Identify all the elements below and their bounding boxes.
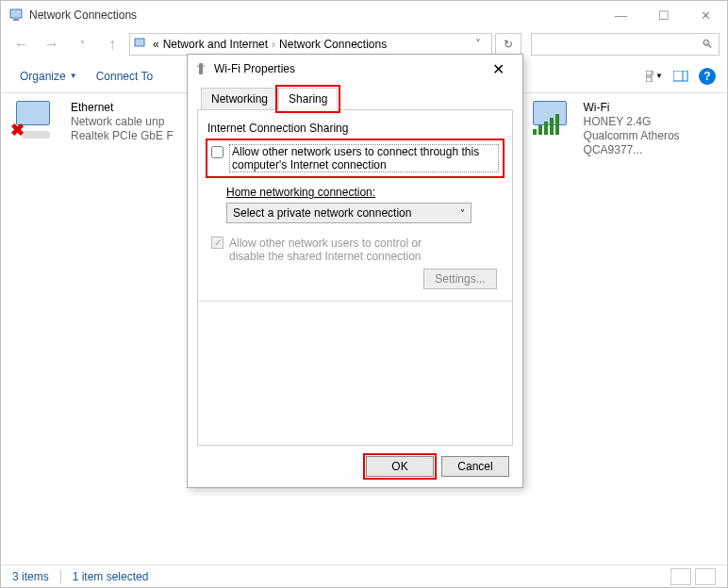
breadcrumb-parent[interactable]: Network and Internet: [163, 38, 268, 51]
address-dropdown-icon[interactable]: ˅: [469, 38, 488, 51]
divider: [198, 301, 512, 302]
settings-button: Settings...: [423, 269, 497, 289]
home-connection-label: Home networking connection:: [226, 186, 503, 199]
svg-rect-0: [10, 9, 22, 18]
item-count: 3 items: [12, 570, 49, 583]
chevron-down-icon: ˅: [460, 208, 465, 219]
group-label: Internet Connection Sharing: [207, 122, 503, 135]
app-icon-small: [134, 38, 149, 52]
back-button[interactable]: ←: [8, 33, 35, 56]
svg-rect-2: [135, 39, 144, 46]
window-title: Network Connections: [29, 8, 137, 22]
tab-body: Internet Connection Sharing Allow other …: [197, 109, 513, 446]
tab-networking[interactable]: Networking: [201, 88, 278, 110]
icons-view-button[interactable]: [695, 568, 716, 585]
address-bar[interactable]: « Network and Internet › Network Connect…: [129, 33, 492, 56]
connection-ethernet[interactable]: ✖ Ethernet Network cable unp Realtek PCI…: [16, 101, 174, 550]
allow-connect-row: Allow other network users to connect thr…: [207, 140, 503, 176]
selection-count: 1 item selected: [73, 570, 149, 583]
dialog-title: Wi-Fi Properties: [214, 62, 295, 75]
up-button[interactable]: ↑: [99, 33, 125, 56]
connection-status: Network cable unp: [71, 115, 174, 129]
organize-menu[interactable]: Organize▼: [12, 66, 85, 87]
maximize-button[interactable]: ☐: [642, 1, 685, 29]
divider: [60, 570, 61, 583]
search-icon: 🔍︎: [702, 38, 713, 51]
tab-strip: Networking Sharing: [188, 83, 522, 109]
svg-rect-1: [13, 19, 19, 21]
caret-down-icon: ▼: [70, 72, 77, 80]
connect-to-button[interactable]: Connect To: [89, 66, 161, 87]
ethernet-icon: ✖: [16, 101, 61, 135]
forward-button[interactable]: →: [39, 33, 65, 56]
dialog-button-row: OK Cancel: [188, 446, 522, 487]
connection-adapter: Realtek PCIe GbE F: [71, 129, 174, 143]
close-button[interactable]: ✕: [685, 1, 727, 29]
connection-wifi[interactable]: Wi-Fi HONEY 2.4G Qualcomm Atheros QCA937…: [533, 101, 727, 157]
minimize-button[interactable]: —: [600, 1, 642, 29]
connection-name: Ethernet: [71, 101, 174, 115]
allow-connect-label: Allow other network users to connect thr…: [229, 144, 499, 172]
refresh-button[interactable]: ↻: [495, 33, 521, 56]
connection-adapter: Qualcomm Atheros QCA9377...: [584, 129, 727, 157]
allow-control-label: Allow other network users to control or …: [229, 237, 455, 263]
svg-rect-3: [646, 71, 652, 75]
allow-control-checkbox: ✓: [211, 237, 223, 249]
details-view-button[interactable]: [670, 568, 691, 585]
window-titlebar: Network Connections — ☐ ✕: [1, 1, 727, 29]
wifi-properties-dialog: Wi-Fi Properties ✕ Networking Sharing In…: [187, 54, 523, 488]
tab-sharing[interactable]: Sharing: [278, 88, 338, 110]
svg-rect-6: [673, 71, 687, 81]
dialog-titlebar: Wi-Fi Properties ✕: [188, 55, 522, 83]
svg-rect-5: [646, 77, 652, 82]
allow-control-row: ✓ Allow other network users to control o…: [211, 237, 503, 263]
app-icon: [8, 8, 24, 23]
wifi-icon: [533, 101, 574, 135]
search-box[interactable]: 🔍︎: [531, 33, 720, 56]
dialog-close-button[interactable]: ✕: [479, 55, 517, 83]
wifi-dialog-icon: [193, 61, 208, 76]
ok-button[interactable]: OK: [366, 456, 434, 477]
help-button[interactable]: ?: [699, 68, 716, 85]
view-options-button[interactable]: ▼: [646, 68, 663, 85]
connection-name: Wi-Fi: [584, 101, 727, 115]
home-connection-select[interactable]: Select a private network connection ˅: [226, 203, 472, 223]
connection-status: HONEY 2.4G: [584, 115, 727, 129]
allow-connect-checkbox[interactable]: [211, 146, 223, 158]
preview-pane-button[interactable]: [672, 68, 689, 85]
history-dropdown[interactable]: ˅: [69, 33, 95, 56]
cancel-button[interactable]: Cancel: [441, 456, 509, 477]
status-bar: 3 items 1 item selected: [1, 564, 727, 587]
breadcrumb-current[interactable]: Network Connections: [279, 38, 387, 51]
